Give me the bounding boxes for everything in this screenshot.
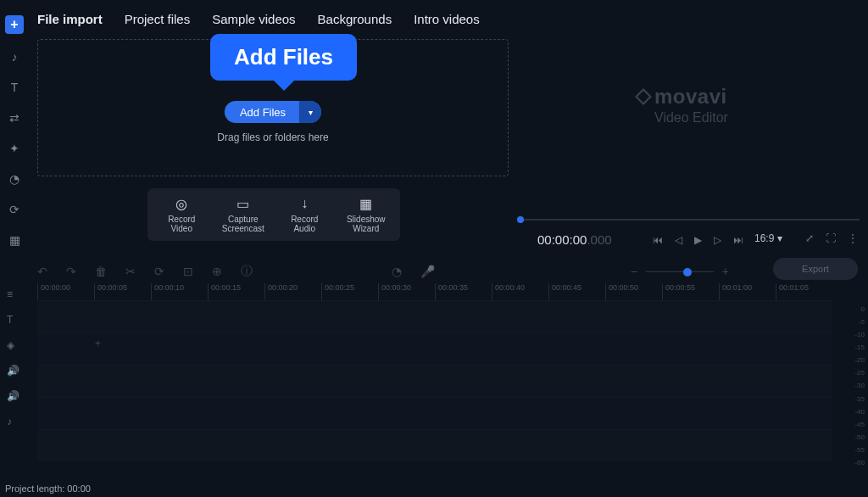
track-row[interactable] xyxy=(37,397,832,429)
effects-icon[interactable]: ✦ xyxy=(7,141,22,156)
track-row[interactable] xyxy=(37,365,832,397)
add-media-button[interactable]: + xyxy=(5,15,24,34)
audio-icon[interactable]: ♪ xyxy=(7,49,22,64)
timeline-ruler[interactable]: 00:00:00 00:00:05 00:00:10 00:00:15 00:0… xyxy=(37,283,832,300)
track-audio1-icon[interactable]: 🔊 xyxy=(7,365,19,377)
add-files-tooltip: Add Files xyxy=(210,34,357,81)
timeline-tracks[interactable] xyxy=(37,300,832,470)
slideshow-wizard-button[interactable]: ▦ SlideshowWizard xyxy=(337,196,396,233)
track-audio2-icon[interactable]: 🔊 xyxy=(7,390,19,402)
slideshow-icon: ▦ xyxy=(359,196,372,211)
tab-sample-videos[interactable]: Sample videos xyxy=(212,12,295,26)
frame-forward-button[interactable]: ▷ xyxy=(714,234,721,246)
export-button[interactable]: Export xyxy=(773,258,858,280)
track-row[interactable] xyxy=(37,300,832,332)
aspect-ratio-selector[interactable]: 16:9▾ xyxy=(754,232,782,244)
add-track-icon[interactable]: + xyxy=(95,338,101,349)
track-overlay-icon[interactable]: ◈ xyxy=(7,339,19,351)
playback-controls: ⏮ ◁ ▶ ▷ ⏭ xyxy=(653,234,743,246)
zoom-slider[interactable] xyxy=(646,271,714,272)
track-music-icon[interactable]: ♪ xyxy=(7,416,19,427)
color-adjust-button[interactable]: ⊕ xyxy=(212,265,222,278)
preview-controls: 00:00:00.000 ⏮ ◁ ▶ ▷ ⏭ 16:9▾ ⤢ ⛶ ⋮ xyxy=(517,215,860,251)
capture-actions: ◎ RecordVideo ▭ CaptureScreencast ↓ Reco… xyxy=(147,188,400,241)
snapshot-icon[interactable]: ⛶ xyxy=(826,232,836,244)
delete-button[interactable]: 🗑 xyxy=(95,265,107,278)
timeline-toolbar: ↶ ↷ 🗑 ✂ ⟳ ⊡ ⊕ ⓘ ◔ 🎤 − + xyxy=(37,260,858,282)
more-icon[interactable]: ⋮ xyxy=(848,232,858,244)
split-button[interactable]: ✂ xyxy=(125,265,136,278)
record-audio-button[interactable]: ↓ RecordAudio xyxy=(275,196,334,233)
rotate-button[interactable]: ⟳ xyxy=(154,265,164,278)
record-voice-button[interactable]: 🎤 xyxy=(420,265,435,278)
zoom-out-button[interactable]: − xyxy=(631,265,637,278)
play-button[interactable]: ▶ xyxy=(694,234,702,246)
status-bar: Project length: 00:00 xyxy=(5,483,91,494)
marker-button[interactable]: ◔ xyxy=(392,265,402,278)
clip-properties-button[interactable]: ⓘ xyxy=(241,264,253,279)
audio-meter-scale: 0-5-10 -15-20-25 -30-35-40 -45-50-55 -60 xyxy=(843,305,865,466)
timeline-zoom: − + xyxy=(631,265,729,278)
add-files-button[interactable]: Add Files ▾ xyxy=(225,101,321,123)
skip-forward-button[interactable]: ⏭ xyxy=(733,234,743,246)
add-files-dropdown[interactable]: ▾ xyxy=(299,101,321,123)
screencast-icon: ▭ xyxy=(236,196,249,211)
tab-file-import[interactable]: File import xyxy=(37,12,103,26)
skip-back-button[interactable]: ⏮ xyxy=(653,234,663,246)
zoom-in-button[interactable]: + xyxy=(722,265,729,278)
crop-button[interactable]: ⊡ xyxy=(183,265,193,278)
elements-icon[interactable]: ▦ xyxy=(7,232,22,248)
track-titles-icon[interactable]: T xyxy=(7,314,19,326)
track-row[interactable] xyxy=(37,332,832,365)
track-row[interactable] xyxy=(37,429,832,461)
brand-logo-icon xyxy=(635,88,652,105)
frame-back-button[interactable]: ◁ xyxy=(675,234,682,246)
record-video-icon: ◎ xyxy=(175,196,187,211)
track-settings-icon[interactable]: ≡ xyxy=(7,288,19,300)
tab-intro-videos[interactable]: Intro videos xyxy=(414,12,480,26)
timecode: 00:00:00.000 xyxy=(537,232,612,247)
chevron-down-icon: ▾ xyxy=(777,232,782,244)
titles-icon[interactable]: T xyxy=(7,80,22,95)
capture-screencast-button[interactable]: ▭ CaptureScreencast xyxy=(214,196,273,233)
import-tabs: File import Project files Sample videos … xyxy=(37,12,480,26)
preview-progress[interactable] xyxy=(517,219,860,221)
more-tools-icon[interactable]: ⟳ xyxy=(7,202,22,217)
add-files-label: Add Files xyxy=(225,106,299,119)
transitions-icon[interactable]: ⇄ xyxy=(7,110,22,126)
record-video-button[interactable]: ◎ RecordVideo xyxy=(152,196,211,233)
brand-watermark: movavi Video Editor xyxy=(637,85,728,126)
redo-button[interactable]: ↷ xyxy=(66,265,76,278)
tooltip-label: Add Files xyxy=(234,44,333,70)
fullscreen-icon[interactable]: ⤢ xyxy=(805,232,814,244)
stickers-icon[interactable]: ◔ xyxy=(7,171,22,187)
mic-icon: ↓ xyxy=(301,196,308,211)
tab-backgrounds[interactable]: Backgrounds xyxy=(318,12,392,26)
drag-hint: Drag files or folders here xyxy=(217,131,328,143)
preview-playhead[interactable] xyxy=(517,216,524,223)
tab-project-files[interactable]: Project files xyxy=(125,12,191,26)
zoom-thumb[interactable] xyxy=(683,268,692,276)
track-head-icons: ≡ T ◈ 🔊 🔊 ♪ xyxy=(7,288,19,427)
undo-button[interactable]: ↶ xyxy=(37,265,47,278)
